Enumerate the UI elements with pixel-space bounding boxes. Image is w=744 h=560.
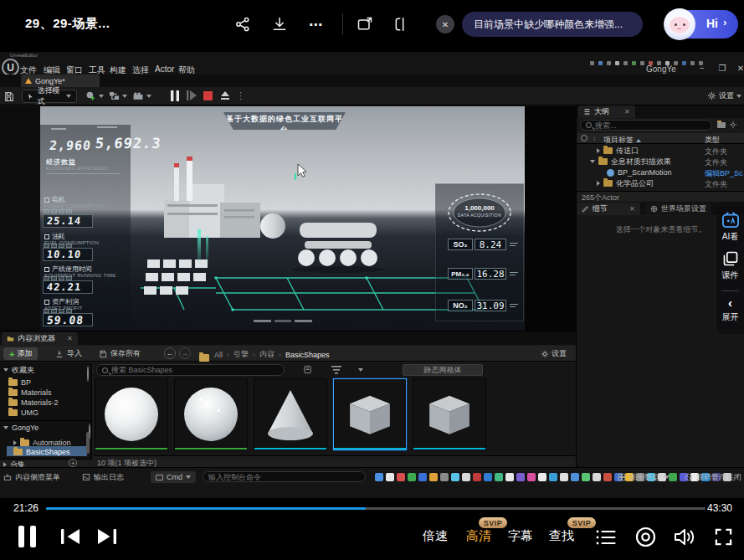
share-icon[interactable] bbox=[232, 13, 254, 35]
menu-actor[interactable]: Actor bbox=[155, 64, 174, 74]
outliner-toolbar-icons[interactable] bbox=[717, 121, 737, 129]
outliner-row-folder[interactable]: 传送口 bbox=[597, 146, 639, 156]
cinematics-icon[interactable] bbox=[132, 90, 151, 101]
tree-scrollbar[interactable] bbox=[86, 432, 90, 454]
tab-details[interactable]: 细节 ✕ bbox=[577, 203, 640, 215]
save-all-button[interactable]: 保存所有 bbox=[99, 348, 141, 359]
asset-search-input[interactable] bbox=[111, 366, 279, 374]
ai-watch-button[interactable]: AI看 bbox=[716, 212, 744, 243]
close-window-icon[interactable]: ✕ bbox=[735, 64, 744, 73]
subtitle-button[interactable]: 字幕 bbox=[508, 528, 533, 544]
forward-icon[interactable]: → bbox=[179, 347, 191, 359]
more-options-icon[interactable]: ⋯ bbox=[305, 13, 326, 35]
kebab-icon[interactable]: ⋮ bbox=[236, 90, 245, 101]
visibility-eye-icon[interactable] bbox=[581, 135, 588, 141]
output-log-button[interactable]: 输出日志 bbox=[82, 471, 124, 483]
speed-button[interactable]: 倍速 bbox=[423, 528, 448, 544]
outliner-row-folder-expanded[interactable]: 全息材质扫描效果 bbox=[590, 157, 671, 167]
download-icon[interactable] bbox=[269, 13, 290, 35]
outliner-search[interactable] bbox=[580, 120, 712, 131]
quality-button[interactable]: 高清 bbox=[466, 528, 491, 544]
fullscreen-icon[interactable] bbox=[714, 528, 733, 546]
asset-cone[interactable] bbox=[254, 378, 327, 450]
screenshot-icon[interactable] bbox=[354, 13, 376, 35]
pin-icon[interactable]: ↓ bbox=[593, 134, 597, 142]
close-ask-pill-icon[interactable]: ✕ bbox=[436, 15, 454, 33]
cb-settings-button[interactable]: 设置 bbox=[541, 348, 567, 359]
stat-sub-1: POWER CONSUMPTION bbox=[44, 203, 105, 208]
viewport-settings-dropdown[interactable]: 设置 bbox=[707, 90, 741, 101]
favorites-search-icon[interactable] bbox=[87, 366, 89, 382]
save-search-icon[interactable] bbox=[303, 365, 312, 374]
back-icon[interactable]: ← bbox=[164, 347, 176, 359]
eject-icon[interactable] bbox=[219, 90, 230, 101]
cmd-dropdown[interactable]: Cmd bbox=[151, 471, 196, 483]
asset-sphere-matte[interactable] bbox=[95, 378, 168, 450]
outliner-search-input[interactable] bbox=[595, 121, 706, 130]
search-icon bbox=[102, 367, 108, 373]
add-button[interactable]: + 添加 bbox=[3, 347, 38, 360]
frame-skip-icon[interactable] bbox=[186, 90, 197, 101]
filter-icon[interactable] bbox=[331, 366, 341, 374]
favorite-materials[interactable]: Materials bbox=[8, 388, 52, 398]
save-level-icon[interactable] bbox=[3, 90, 14, 102]
project-header[interactable]: GongYe bbox=[3, 423, 38, 433]
pause-button[interactable] bbox=[18, 526, 37, 547]
find-button[interactable]: 查找 bbox=[549, 528, 574, 544]
select-mode-label: 选择模式 bbox=[38, 85, 63, 107]
system-tray-icons bbox=[586, 54, 703, 69]
record-screen-icon[interactable] bbox=[635, 527, 656, 547]
windows-taskbar-icons[interactable] bbox=[375, 473, 734, 481]
asset-cube-selected[interactable] bbox=[333, 378, 407, 450]
pause-icon[interactable] bbox=[169, 90, 180, 101]
tab-content-browser[interactable]: 内容浏览器 ✕ bbox=[2, 332, 78, 345]
add-collection-icon[interactable]: + bbox=[69, 459, 77, 467]
seek-bar[interactable] bbox=[46, 507, 706, 510]
unreal-logo[interactable]: U bbox=[2, 59, 19, 76]
close-tab-icon[interactable]: ✕ bbox=[629, 205, 635, 213]
import-button[interactable]: 导入 bbox=[55, 348, 82, 359]
favorite-materials2[interactable]: Materials-2 bbox=[8, 398, 59, 408]
ai-question-pill[interactable]: 目前场景中缺少哪种颜色来增强... bbox=[462, 12, 643, 37]
console-command-input[interactable] bbox=[208, 473, 360, 481]
stop-icon[interactable] bbox=[203, 90, 213, 101]
console-command-box[interactable] bbox=[203, 471, 366, 482]
mirror-flip-icon[interactable] bbox=[391, 13, 413, 35]
favorite-umg[interactable]: UMG bbox=[8, 408, 38, 418]
volume-icon[interactable] bbox=[674, 527, 696, 547]
outliner-col-label[interactable]: 项目标签 bbox=[603, 135, 641, 146]
select-mode-dropdown[interactable]: 选择模式 bbox=[22, 90, 77, 103]
minimize-icon[interactable]: − bbox=[696, 64, 708, 73]
3d-viewport[interactable]: 基于大数据的绿色工业互联网平台 GREEN INDUSTRIAL INTERNE… bbox=[40, 106, 525, 331]
asset-sphere-glossy[interactable] bbox=[174, 378, 248, 450]
breadcrumb[interactable]: All› 引擎› 内容› BasicShapes bbox=[214, 349, 330, 360]
asset-cube[interactable] bbox=[413, 378, 486, 450]
expand-button[interactable]: ‹ 展开 bbox=[716, 297, 744, 323]
asset-search[interactable] bbox=[96, 364, 285, 376]
tree-item-basicshapes-selected[interactable]: BasicShapes bbox=[13, 447, 70, 457]
previous-button[interactable] bbox=[60, 528, 80, 545]
source-control-button[interactable]: 源码管理关闭 bbox=[685, 471, 741, 483]
outliner-row-blueprint[interactable]: BP_ScanMotion bbox=[607, 167, 672, 177]
tab-world-settings[interactable]: 世界场景设置 bbox=[645, 203, 711, 215]
next-button[interactable] bbox=[97, 528, 117, 545]
blueprints-icon[interactable] bbox=[109, 90, 127, 101]
maximize-icon[interactable]: ❐ bbox=[716, 64, 728, 73]
assistant-avatar[interactable] bbox=[664, 8, 695, 40]
favorite-bp[interactable]: BP bbox=[8, 378, 31, 388]
filter-pill-static-mesh[interactable]: 静态网格体 bbox=[403, 364, 483, 376]
favorites-header[interactable]: 收藏夹 bbox=[3, 365, 34, 375]
add-actor-icon[interactable] bbox=[85, 90, 104, 101]
filter-chevron-icon[interactable] bbox=[358, 368, 363, 372]
video-frame[interactable]: UnrealEditor U 文件 编辑 窗口 工具 构建 选择 Actor 帮… bbox=[0, 49, 744, 498]
close-tab-icon[interactable]: ✕ bbox=[67, 335, 73, 342]
courseware-button[interactable]: 课件 bbox=[716, 250, 744, 281]
outliner-col-type[interactable]: 类型 bbox=[705, 135, 720, 146]
outliner-row-folder2[interactable]: 化学品公司 bbox=[597, 178, 654, 188]
mouse-cursor bbox=[297, 163, 307, 177]
derived-data-button[interactable]: 派生数据 bbox=[618, 471, 670, 483]
playlist-icon[interactable] bbox=[595, 528, 617, 547]
content-drawer-button[interactable]: 内容侧滑菜单 bbox=[3, 471, 60, 483]
tab-outliner[interactable]: 大纲 ✕ bbox=[578, 105, 635, 118]
close-tab-icon[interactable]: ✕ bbox=[624, 108, 630, 116]
